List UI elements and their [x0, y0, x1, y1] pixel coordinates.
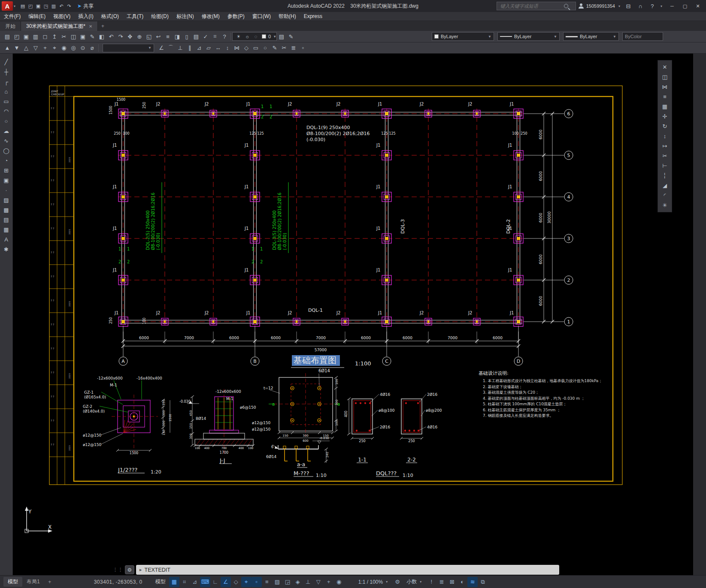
pan-icon[interactable]: ✥ — [125, 32, 135, 41]
cad-drawing[interactable]: JOINTCHECK/UP? ?? ?? ?????? ?? ?? ??????… — [13, 54, 693, 575]
redo-icon[interactable]: ↷ — [65, 2, 73, 10]
bring-above-icon[interactable]: △ — [21, 43, 31, 53]
new-layout-button[interactable]: + — [45, 577, 55, 587]
dynamic-input-icon[interactable]: ⌨ — [200, 577, 210, 587]
mirror-icon[interactable]: ⋈ — [660, 82, 670, 92]
diameter-icon[interactable]: ⌀ — [88, 43, 97, 53]
lineweight-combo-caret-icon[interactable]: ▼ — [613, 35, 616, 39]
bring-to-front-icon[interactable]: ▲ — [3, 43, 12, 53]
menu-文件F[interactable]: 文件(F) — [0, 12, 24, 21]
ortho-toggle-icon[interactable]: ∟ — [210, 577, 221, 587]
plot-icon[interactable]: ▥ — [50, 2, 58, 10]
sheet-set-icon[interactable]: ▤ — [191, 32, 201, 41]
menu-帮助H[interactable]: 帮助(H) — [275, 12, 300, 21]
annotation-scale-control[interactable]: 1:1 / 100% ▾ — [355, 578, 391, 586]
dim-rect-icon[interactable]: ▭ — [251, 43, 261, 53]
insert-block-icon[interactable]: ⊞ — [1, 166, 12, 175]
clean-screen-icon[interactable]: ⧉ — [478, 577, 488, 587]
snap-toggle-icon[interactable]: ⌗ — [179, 577, 190, 587]
menu-格式O[interactable]: 格式(O) — [97, 12, 123, 21]
user-avatar-icon[interactable] — [579, 3, 584, 9]
construction-line-icon[interactable]: ┼ — [1, 67, 12, 77]
offset-icon[interactable]: ≡ — [660, 92, 670, 102]
block-editor-icon[interactable]: ◧ — [97, 32, 106, 41]
lineweight-control-combo[interactable]: ByLayer ▼ — [563, 32, 619, 41]
fillet-icon[interactable]: ◜ — [660, 190, 670, 200]
share-button[interactable]: ➤ 共享 — [77, 3, 94, 10]
infer-constraints-icon[interactable]: ⊿ — [190, 577, 200, 587]
tab-start[interactable]: 开始 — [0, 21, 21, 31]
osnap-tracking-icon[interactable]: ⌖ — [241, 577, 251, 587]
zoom-previous-icon[interactable]: ↩ — [154, 32, 163, 41]
tab-close-icon[interactable]: ✕ — [89, 24, 92, 29]
extend-icon[interactable]: ⊢ — [660, 161, 670, 171]
layer-freeze-icon[interactable]: ☼ — [243, 33, 251, 40]
workspace-switch-icon[interactable]: ⚙ — [392, 577, 403, 587]
dim-arc-icon[interactable]: ⌒ — [166, 43, 176, 53]
scale-icon[interactable]: ↕ — [660, 131, 670, 141]
ellipse-arc-icon[interactable]: ◔ — [1, 156, 12, 166]
point-style-icon[interactable]: ✱ — [1, 244, 12, 254]
annotation-monitor-icon[interactable]: ! — [426, 577, 436, 587]
zoom-window-icon[interactable]: ◱ — [144, 32, 154, 41]
dim-vertical-icon[interactable]: ↕ — [223, 43, 232, 53]
make-layer-current-icon[interactable]: ✎ — [286, 32, 296, 41]
dim-perpendicular-icon[interactable]: ⊥ — [176, 43, 185, 53]
copy-clip-icon[interactable]: ◫ — [69, 32, 78, 41]
menu-Express[interactable]: Express — [300, 12, 326, 21]
new-icon[interactable]: ▤ — [3, 32, 12, 41]
menu-工具T[interactable]: 工具(T) — [123, 12, 147, 21]
search-box[interactable] — [497, 2, 576, 10]
help-icon[interactable]: ? — [648, 1, 657, 11]
dim-horizontal-icon[interactable]: ↔ — [213, 43, 223, 53]
send-under-icon[interactable]: ▽ — [31, 43, 40, 53]
dim-parallel-icon[interactable]: ∥ — [185, 43, 194, 53]
multiline-text-icon[interactable]: A — [1, 235, 12, 244]
open-icon[interactable]: ◰ — [27, 2, 34, 10]
save-as-icon[interactable]: ◳ — [42, 2, 50, 10]
menu-修改M[interactable]: 修改(M) — [198, 12, 224, 21]
plot-icon[interactable]: ▥ — [31, 32, 40, 41]
point-icon[interactable]: ◉ — [59, 43, 69, 53]
donut-icon[interactable]: ◎ — [69, 43, 78, 53]
point-icon[interactable]: ∙ — [1, 185, 12, 195]
command-input-field[interactable]: ▸ TEXTEDIT — [136, 565, 559, 575]
menu-编辑E[interactable]: 编辑(E) — [24, 12, 49, 21]
draworder-text-icon[interactable]: + — [40, 43, 50, 53]
user-caret-icon[interactable]: ▾ — [618, 4, 620, 8]
menu-窗口W[interactable]: 窗口(W) — [248, 12, 275, 21]
markup-icon[interactable]: ✓ — [201, 32, 210, 41]
app-store-cart-icon[interactable]: ⊟ — [624, 1, 633, 11]
drawing-title-text[interactable]: 基础布置图 — [294, 355, 336, 365]
menu-视图V[interactable]: 视图(V) — [49, 12, 74, 21]
arc-icon[interactable]: ◠ — [1, 106, 12, 116]
search-icon[interactable] — [564, 4, 568, 8]
maximize-button[interactable]: ▢ — [679, 1, 691, 11]
autocad-logo-icon[interactable]: A — [2, 1, 13, 11]
selection-cycling-icon[interactable]: ◲ — [282, 577, 293, 587]
hatch-icon[interactable]: ▨ — [1, 195, 12, 205]
center-mark-icon[interactable]: ⌖ — [50, 43, 59, 53]
circle-center-icon[interactable]: ⊙ — [78, 43, 88, 53]
match-properties-icon[interactable]: ✎ — [88, 32, 97, 41]
text-style-combo[interactable]: ▼ — [103, 44, 154, 52]
help-icon[interactable]: ? — [220, 32, 229, 41]
redo-icon[interactable]: ↷ — [116, 32, 125, 41]
grid-toggle-icon[interactable]: ▦ — [169, 577, 179, 587]
gizmo-icon[interactable]: + — [324, 577, 334, 587]
dim-circle-icon[interactable]: ○ — [261, 43, 270, 53]
text-style-caret-icon[interactable]: ▼ — [148, 46, 152, 50]
color-combo-caret-icon[interactable]: ▼ — [488, 35, 491, 39]
menu-绘图D[interactable]: 绘图(D) — [147, 12, 173, 21]
gradient-icon[interactable]: ▩ — [1, 205, 12, 215]
properties-icon[interactable]: ≡ — [163, 32, 173, 41]
dim-join-icon[interactable]: ⋈ — [232, 43, 242, 53]
break-icon[interactable]: ╎ — [660, 171, 670, 181]
units-control[interactable]: 小数 ▾ — [403, 577, 425, 587]
erase-icon[interactable]: ✕ — [660, 62, 670, 72]
linetype-combo-caret-icon[interactable]: ▼ — [554, 35, 557, 39]
osnap-3d-icon[interactable]: ◈ — [293, 577, 303, 587]
polygon-icon[interactable]: ⌂ — [1, 87, 12, 96]
polyline-icon[interactable]: ┌ — [1, 77, 12, 87]
close-button[interactable]: ✕ — [691, 1, 704, 11]
